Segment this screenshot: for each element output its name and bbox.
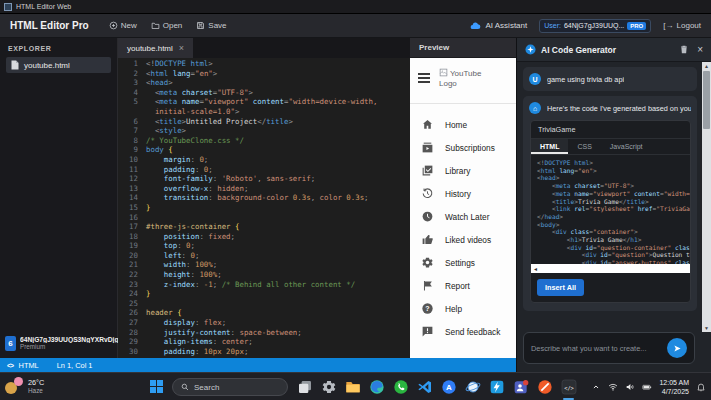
- watch-later-icon: [421, 210, 434, 223]
- teams-icon[interactable]: [512, 379, 529, 396]
- ai-prompt-input[interactable]: Describe what you want to create...: [523, 332, 695, 364]
- code-line: 10 margin: 0;: [118, 155, 410, 165]
- preview-menu-item-settings[interactable]: Settings: [410, 251, 516, 274]
- vertical-scrollbar[interactable]: ▲ ▼: [702, 62, 711, 332]
- tab-youtube-html[interactable]: youtube.html ×: [118, 38, 193, 58]
- assistant-avatar: ⌂: [529, 102, 541, 114]
- code-line: 27 display: flex;: [118, 318, 410, 328]
- account-info[interactable]: 6 64NjG7gJ39UUQS3NgYXRvDjg Premium: [0, 328, 117, 358]
- close-icon[interactable]: ×: [697, 45, 703, 55]
- ai-code-tab-javascript[interactable]: JavaScript: [601, 139, 652, 154]
- brave-icon[interactable]: [536, 379, 553, 396]
- bolt-icon[interactable]: [488, 379, 505, 396]
- code-line: 16: [118, 213, 410, 223]
- html-editor-icon[interactable]: </>: [560, 379, 577, 396]
- editor-tabbar: youtube.html ×: [118, 38, 410, 58]
- logout-icon: [→: [663, 21, 673, 30]
- menu-icon[interactable]: [418, 68, 430, 85]
- save-button[interactable]: Save: [196, 21, 226, 30]
- account-plan: Premium: [20, 343, 119, 350]
- preview-menu-item-report[interactable]: Report: [410, 274, 516, 297]
- taskbar-search[interactable]: Search: [172, 378, 288, 396]
- gear-icon[interactable]: [320, 379, 337, 396]
- chevron-up-icon[interactable]: [591, 382, 601, 392]
- bell-icon[interactable]: [696, 382, 706, 392]
- file-item-youtube-html[interactable]: youtube.html: [6, 57, 111, 73]
- preview-menu-item-home[interactable]: Home: [410, 113, 516, 136]
- scroll-down-icon[interactable]: ▼: [702, 324, 711, 332]
- tab-close-icon[interactable]: ×: [179, 43, 184, 53]
- code-editor[interactable]: 1<!DOCTYPE html>2<html lang="en">3<head>…: [118, 58, 410, 358]
- logout-button[interactable]: [→ Logout: [663, 21, 701, 30]
- ai-panel-title: AI Code Generator: [541, 45, 616, 55]
- ai-code-tab-html[interactable]: HTML: [531, 139, 568, 154]
- home-icon: [421, 118, 434, 131]
- preview-menu-label: Watch Later: [445, 212, 489, 222]
- preview-menu-item-send-feedback[interactable]: Send feedback: [410, 320, 516, 343]
- code-line: 12 font-family: 'Roboto', sans-serif;: [118, 174, 410, 184]
- windows-taskbar: 26°C Haze Search A</> 12:05 AM 4/7/2025: [0, 372, 711, 400]
- app-a-icon[interactable]: A: [440, 379, 457, 396]
- weather-widget[interactable]: 26°C Haze: [5, 377, 44, 395]
- send-button[interactable]: [667, 338, 687, 358]
- code-line: initial-scale=1.0">: [118, 107, 410, 117]
- trash-icon[interactable]: [680, 45, 688, 54]
- code-line: 20 left: 0;: [118, 251, 410, 261]
- preview-menu-item-subscriptions[interactable]: Subscriptions: [410, 136, 516, 159]
- new-button[interactable]: New: [109, 21, 137, 30]
- preview-menu-item-liked-videos[interactable]: Liked videos: [410, 228, 516, 251]
- cloud-icon: [470, 22, 481, 30]
- battery-icon[interactable]: [642, 382, 652, 392]
- preview-menu-label: Help: [445, 304, 462, 314]
- cursor-position[interactable]: Ln 1, Col 1: [57, 361, 93, 370]
- whatsapp-icon[interactable]: [392, 379, 409, 396]
- browser-icon[interactable]: [464, 379, 481, 396]
- ai-code-line: <!DOCTYPE html>: [537, 159, 690, 167]
- insert-all-button[interactable]: Insert All: [537, 279, 584, 296]
- preview-menu-label: Subscriptions: [445, 143, 495, 153]
- clock[interactable]: 12:05 AM 4/7/2025: [659, 378, 689, 396]
- ai-code-line: <meta charset="UTF-8">: [537, 182, 690, 190]
- app-toolbar: HTML Editor Pro New Open Save AI Assista…: [0, 14, 711, 38]
- ai-code-line: </head>: [537, 213, 690, 221]
- wifi-icon[interactable]: [608, 382, 618, 392]
- ai-code-line: <title>Trivia Game</title>: [537, 198, 690, 206]
- date: 4/7/2025: [659, 387, 689, 396]
- preview-menu-item-library[interactable]: Library: [410, 159, 516, 182]
- volume-icon[interactable]: [625, 382, 635, 392]
- svg-text:?: ?: [425, 305, 429, 312]
- status-bar: <> HTML Ln 1, Col 1: [0, 358, 516, 372]
- open-button[interactable]: Open: [151, 21, 183, 30]
- ai-assistant-button[interactable]: AI Assistant: [470, 21, 527, 30]
- window-title: HTML Editor Web: [16, 3, 71, 10]
- file-explorer-icon[interactable]: [344, 379, 361, 396]
- code-line: 4 <meta charset="UTF-8">: [118, 88, 410, 98]
- user-pill[interactable]: User: 64NjG7gJ39UUQ... PRO: [539, 19, 651, 33]
- code-line: 25: [118, 299, 410, 309]
- code-line: 1<!DOCTYPE html>: [118, 59, 410, 69]
- edge-icon[interactable]: [368, 379, 385, 396]
- code-line: 13 overflow-x: hidden;: [118, 184, 410, 194]
- scrollbar-thumb[interactable]: [703, 71, 710, 129]
- history-icon: [421, 187, 434, 200]
- task-view-icon[interactable]: [296, 379, 313, 396]
- scroll-up-icon[interactable]: ▲: [702, 62, 711, 70]
- preview-menu-item-history[interactable]: History: [410, 182, 516, 205]
- new-file-icon: [109, 21, 118, 30]
- start-button[interactable]: [150, 380, 164, 394]
- ai-panel-actions: ×: [680, 45, 703, 55]
- preview-menu-item-watch-later[interactable]: Watch Later: [410, 205, 516, 228]
- generated-code[interactable]: <!DOCTYPE html><html lang="en"><head> <m…: [531, 155, 690, 264]
- ai-code-generator-panel: AI Code Generator × U game using trivia …: [516, 38, 711, 372]
- code-line: 30 padding: 10px 20px;: [118, 347, 410, 357]
- vscode-icon[interactable]: [416, 379, 433, 396]
- broken-logo-image[interactable]: YouTube Logo: [439, 68, 497, 88]
- code-line: 8/* YouTubeClone.css */: [118, 136, 410, 146]
- language-mode[interactable]: HTML: [19, 361, 39, 370]
- ai-code-tab-css[interactable]: CSS: [568, 139, 600, 154]
- code-line: 7 <style>: [118, 126, 410, 136]
- horizontal-scrollbar[interactable]: [531, 264, 690, 273]
- help-icon: ?: [421, 302, 434, 315]
- code-card-title: TriviaGame: [531, 121, 690, 139]
- preview-menu-item-help[interactable]: ?Help: [410, 297, 516, 320]
